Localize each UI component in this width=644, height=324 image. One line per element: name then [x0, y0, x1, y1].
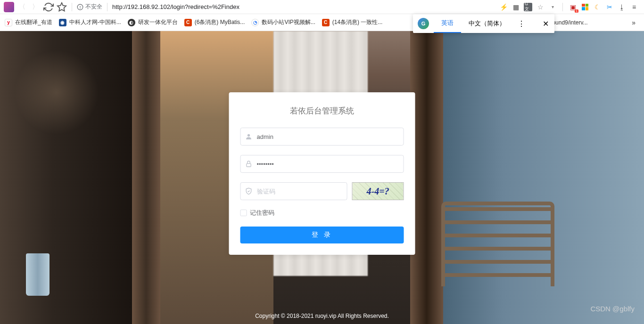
- divider: [562, 3, 563, 11]
- remember-checkbox[interactable]: [240, 210, 247, 216]
- extension-icons: ⚡ ▦ G文 ☆ ▾ ▣1 ☾ ✂ ⭳ ≡: [499, 3, 640, 11]
- qr-icon[interactable]: ▦: [512, 3, 520, 11]
- svg-point-3: [80, 8, 81, 8]
- translate-tab-chinese[interactable]: 中文（简体）: [461, 14, 513, 33]
- captcha-row: 4-4=?: [240, 182, 404, 200]
- forward-button[interactable]: 〉: [30, 2, 41, 12]
- security-indicator[interactable]: 不安全: [77, 3, 102, 11]
- bookmark-item[interactable]: C(14条消息) 一致性...: [322, 18, 383, 26]
- login-form: 若依后台管理系统 4-4=? 记住密码: [229, 92, 415, 255]
- bookmark-item[interactable]: ◔数码小站VIP视频解...: [251, 18, 315, 26]
- menu-icon[interactable]: ≡: [630, 3, 638, 11]
- reload-button[interactable]: [43, 2, 54, 12]
- page-background: 若依后台管理系统 4-4=? 记住密码: [0, 31, 644, 324]
- divider: [107, 3, 107, 11]
- google-translate-icon: G: [418, 18, 429, 29]
- dropdown-icon[interactable]: ▾: [548, 3, 557, 11]
- nav-buttons: 〈 〉 不安全 http://192.168.92.102/login?redi…: [4, 2, 239, 12]
- favorite-button[interactable]: [57, 2, 67, 12]
- bookmark-item[interactable]: ◉中科人才网-中国科...: [59, 18, 121, 26]
- login-title: 若依后台管理系统: [240, 105, 404, 116]
- bookmark-item[interactable]: C(6条消息) MyBatis...: [184, 18, 245, 26]
- svg-marker-0: [58, 2, 66, 10]
- lock-icon: [245, 160, 253, 168]
- login-button[interactable]: 登 录: [240, 227, 404, 243]
- insecure-label: 不安全: [85, 3, 102, 11]
- shield-icon: [245, 187, 253, 195]
- moon-icon[interactable]: ☾: [593, 3, 602, 11]
- translate-close-icon[interactable]: ✕: [537, 19, 554, 28]
- bookmarks-overflow[interactable]: »: [628, 19, 639, 26]
- username-group: [240, 128, 404, 146]
- remember-row: 记住密码: [240, 209, 404, 217]
- captcha-input[interactable]: [240, 182, 347, 200]
- translate-tab-english[interactable]: 英语: [434, 14, 461, 33]
- download-icon[interactable]: ⭳: [618, 3, 626, 11]
- translate-menu-icon[interactable]: ⋮: [513, 19, 530, 28]
- back-button[interactable]: 〈: [17, 2, 27, 12]
- translate-popup: G 英语 中文（简体） ⋮ ✕: [413, 14, 554, 33]
- username-input[interactable]: [240, 128, 404, 146]
- watermark: CSDN @gblfy: [590, 305, 635, 313]
- divider: [72, 3, 72, 11]
- scissors-icon[interactable]: ✂: [605, 3, 614, 11]
- site-identity-icon: [4, 2, 14, 12]
- browser-toolbar: 〈 〉 不安全 http://192.168.92.102/login?redi…: [0, 0, 644, 14]
- bookmark-item[interactable]: y在线翻译_有道: [5, 18, 52, 26]
- captcha-image[interactable]: 4-4=?: [352, 182, 404, 200]
- remember-label: 记住密码: [250, 209, 274, 217]
- bookmark-item[interactable]: ◐研发一体化平台: [128, 18, 178, 26]
- bookmark-star-icon[interactable]: ☆: [536, 3, 545, 11]
- url-display[interactable]: http://192.168.92.102/login?redirect=%2F…: [112, 3, 239, 10]
- user-icon: [245, 133, 253, 140]
- svg-point-4: [248, 134, 250, 137]
- copyright-footer: Copyright © 2018-2021 ruoyi.vip All Righ…: [255, 313, 389, 319]
- password-input[interactable]: [240, 155, 404, 173]
- svg-rect-5: [247, 163, 251, 167]
- bookmarks-bar: y在线翻译_有道 ◉中科人才网-中国科... ◐研发一体化平台 C(6条消息) …: [0, 14, 644, 31]
- bolt-icon[interactable]: ⚡: [499, 3, 508, 11]
- translate-ext-icon[interactable]: G文: [524, 3, 532, 11]
- devtools-icon[interactable]: ▣1: [569, 3, 577, 11]
- grid-icon[interactable]: [581, 3, 589, 11]
- password-group: [240, 155, 404, 173]
